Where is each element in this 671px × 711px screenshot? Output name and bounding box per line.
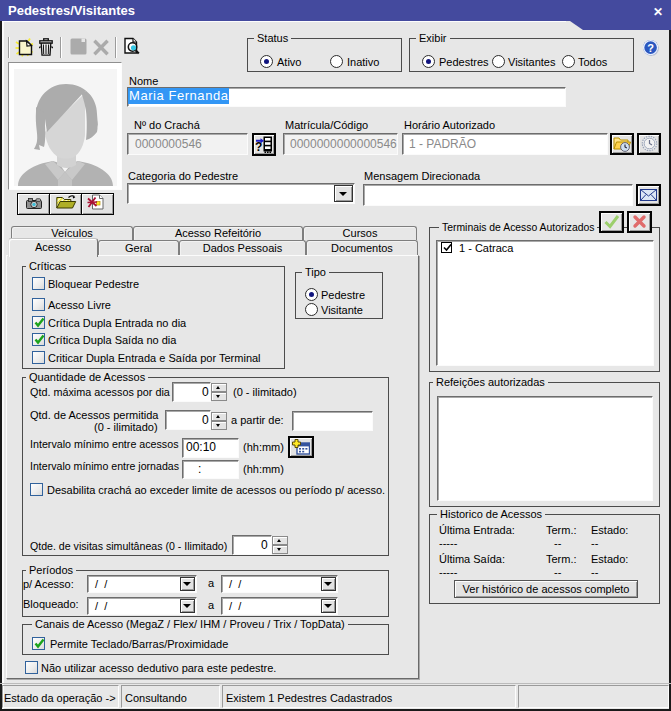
svg-text:?: ? <box>647 42 654 54</box>
svg-text:?: ? <box>255 140 262 154</box>
